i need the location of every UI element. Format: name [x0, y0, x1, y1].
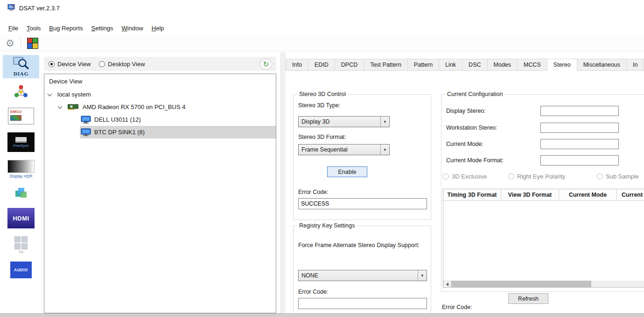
radio-label: Right Eye Polarity	[517, 173, 565, 180]
monitor-icon	[81, 116, 91, 124]
menu-item-window[interactable]: Window	[118, 23, 147, 34]
stereo-3d-type-combo[interactable]: Display 3D ▼	[298, 116, 390, 127]
sidebar-item-hdmi[interactable]: HDMI	[3, 206, 39, 230]
menu-item-settings[interactable]: Settings	[87, 23, 118, 34]
radio-desktop-view[interactable]: Desktop View	[99, 61, 145, 68]
right-panel: InfoEDIDDPCDTest PatternPatternLinkDSCMo…	[286, 52, 644, 313]
tree-title: Device View	[44, 74, 276, 88]
enable-button[interactable]: Enable	[327, 166, 367, 177]
combo-value: Display 3D	[299, 118, 380, 125]
sidebar-item-topology[interactable]	[3, 83, 39, 102]
tab-mccs[interactable]: MCCS	[518, 59, 547, 71]
stereo-3d-type-label: Stereo 3D Type:	[298, 102, 340, 109]
combo-value: NONE	[299, 272, 418, 279]
sidebar-item-dmcu[interactable]: DMCU	[3, 106, 39, 126]
window-title: DSAT ver.2.3.7	[19, 5, 60, 12]
table-header-row: Timing 3D FormatView 3D FormatCurrent Mo…	[443, 189, 644, 201]
view-radios: Device ViewDesktop View	[49, 61, 145, 68]
radio-circle-icon	[443, 173, 449, 179]
stereo-tab-content: Stereo 3D Control Stereo 3D Type: Displa…	[286, 70, 644, 313]
radio-circle-icon	[597, 173, 603, 179]
config-input-current-mode[interactable]	[540, 139, 619, 149]
menu-item-tools[interactable]: Tools	[22, 23, 45, 34]
tree-row-btc-dp-sink1-8[interactable]: BTC DP SINK1 (8)	[44, 126, 276, 138]
table-header-view-3d-format[interactable]: View 3D Format	[501, 189, 559, 200]
menu-item-file[interactable]: File	[4, 23, 22, 34]
table-header-timing-3d-format[interactable]: Timing 3D Format	[443, 189, 501, 200]
tree-row-dell-u3011-12[interactable]: DELL U3011 (12)	[44, 113, 276, 126]
tab-edid[interactable]: EDID	[308, 59, 335, 71]
menu-item-help[interactable]: Help	[147, 23, 168, 34]
settings-gear-icon[interactable]: ⚙	[6, 38, 14, 48]
chevron-down-icon[interactable]	[48, 91, 52, 96]
scroll-left-arrow-icon[interactable]	[443, 281, 451, 288]
sidebar-item-freesync[interactable]: FreeSync	[3, 131, 39, 154]
table-header-current[interactable]: Current	[617, 189, 644, 200]
radio-label: Sub Sample	[606, 173, 639, 180]
title-bar: DSAT ver.2.3.7	[0, 0, 644, 16]
refresh-icon: ↻	[263, 61, 269, 68]
stereo-modes-table: Timing 3D FormatView 3D FormatCurrent Mo…	[443, 189, 644, 288]
tab-in[interactable]: In	[627, 59, 644, 71]
table-header-current-mode[interactable]: Current Mode	[559, 189, 617, 200]
radio-right-eye-polarity: Right Eye Polarity	[508, 173, 565, 180]
tab-dsc[interactable]: DSC	[462, 59, 487, 71]
radio-sub-sample: Sub Sample	[597, 173, 639, 180]
tab-strip: InfoEDIDDPCDTest PatternPatternLinkDSCMo…	[286, 59, 644, 71]
table-body	[443, 201, 644, 281]
radio-label: Device View	[57, 61, 91, 68]
tab-miscellaneous[interactable]: Miscellaneous	[577, 59, 627, 71]
tab-test-pattern[interactable]: Test Pattern	[364, 59, 408, 71]
tab-info[interactable]: Info	[286, 59, 308, 71]
config-label-display-stereo: Display Stereo:	[446, 108, 486, 114]
tab-pattern[interactable]: Pattern	[408, 59, 439, 71]
tab-link[interactable]: Link	[439, 59, 462, 71]
sidebar-item-audio[interactable]: AUDIO	[3, 260, 39, 280]
tree-row-amd-radeon-rx-5700-on-pci-bus-4[interactable]: AMD Radeon RX 5700 on PCI_BUS 4	[44, 101, 276, 113]
config-input-workstation-stereo[interactable]	[540, 123, 619, 133]
tree-node-label: local system	[57, 91, 91, 98]
chevron-down-icon: ▼	[380, 117, 389, 127]
tab-modes[interactable]: Modes	[488, 59, 518, 71]
tree-row-content: local system	[56, 88, 276, 101]
radio-circle-icon	[99, 61, 105, 67]
error-code-label: Error Code:	[298, 189, 329, 195]
hdmi-icon: HDMI	[7, 208, 35, 228]
stereo-3d-format-combo[interactable]: Frame Sequential ▼	[298, 144, 390, 155]
tree-node-label: AMD Radeon RX 5700 on PCI_BUS 4	[83, 103, 185, 110]
menu-item-bug-reports[interactable]: Bug Reports	[45, 23, 87, 34]
sidebar-item-color[interactable]	[3, 185, 39, 202]
tile-icon: Tile	[14, 236, 28, 254]
display-hdr-icon: Display HDR	[7, 160, 35, 179]
window-bottom-edge	[0, 313, 644, 317]
chevron-down-icon: ▼	[380, 145, 389, 155]
scrollbar-thumb[interactable]	[451, 281, 591, 288]
menu-bar: FileToolsBug ReportsSettingsWindowHelp	[0, 21, 644, 34]
panel-splitter[interactable]	[280, 52, 286, 313]
registry-error-code-field[interactable]	[298, 298, 427, 309]
sidebar-item-display-hdr[interactable]: Display HDR	[3, 158, 39, 180]
sidebar-item-diag[interactable]: DIAG	[3, 55, 39, 78]
radio-device-view[interactable]: Device View	[49, 61, 91, 68]
config-input-display-stereo[interactable]	[540, 106, 619, 116]
tree-refresh-button[interactable]: ↻	[259, 58, 273, 70]
horizontal-scrollbar[interactable]	[443, 281, 644, 288]
device-tree: local systemAMD Radeon RX 5700 on PCI_BU…	[44, 88, 276, 138]
config-label-workstation-stereo: Workstation Stereo:	[446, 124, 497, 131]
force-frame-alternate-combo[interactable]: NONE ▼	[298, 270, 427, 281]
diag-magnifier-icon	[13, 57, 29, 70]
tab-dpcd[interactable]: DPCD	[335, 59, 364, 71]
color-cube-icon	[14, 186, 28, 200]
view-bar: Device ViewDesktop View ↻	[44, 57, 276, 71]
tree-row-content: DELL U3011 (12)	[80, 113, 276, 126]
toolbar-separator	[21, 38, 21, 48]
tab-stereo[interactable]: Stereo	[547, 59, 577, 71]
config-input-current-mode-format[interactable]	[540, 155, 619, 165]
color-windows-icon[interactable]	[27, 38, 38, 49]
sidebar-item-tile[interactable]: Tile	[3, 234, 39, 255]
chevron-down-icon[interactable]	[58, 104, 63, 109]
registry-key-settings-group: Registry Key Settings Force Frame Altern…	[293, 226, 431, 313]
stereo-error-code-field[interactable]	[298, 198, 427, 209]
tree-row-local-system[interactable]: local system	[44, 88, 276, 101]
refresh-button[interactable]: Refresh	[508, 293, 548, 304]
